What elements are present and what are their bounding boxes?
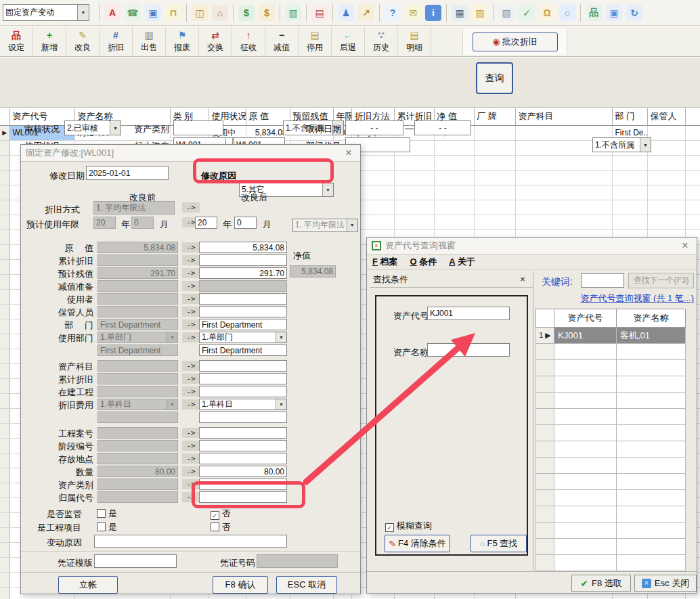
ribbon-button-scrap[interactable]: ⚑报废 — [166, 26, 199, 56]
dept-code-scope-select[interactable]: 1.不含所属▼ — [592, 137, 651, 152]
calculator-icon[interactable]: ▦ — [452, 5, 468, 21]
after-value-input[interactable] — [199, 306, 287, 317]
audit-status-select[interactable]: 2.已审核▼ — [64, 120, 121, 135]
briefcase-icon[interactable]: ◫ — [192, 5, 208, 21]
modify-date-input[interactable]: 2025-01-01 — [86, 166, 169, 180]
chevron-down-icon[interactable]: ▼ — [347, 219, 357, 231]
checkbox-checked-icon[interactable]: ✓ — [385, 523, 394, 532]
after-value-input[interactable] — [199, 293, 287, 305]
translate-abc-icon[interactable]: A — [104, 5, 121, 21]
lock-icon[interactable]: ⊓ — [165, 5, 181, 21]
checkbox-checked-icon[interactable]: ✓ — [211, 511, 219, 520]
project-no-checkbox[interactable]: 否 — [211, 521, 231, 533]
ribbon-button-impair[interactable]: −减值 — [265, 26, 299, 56]
mail-icon[interactable]: ✉ — [405, 5, 421, 21]
life-month-after-input[interactable]: 0 — [234, 217, 257, 229]
close-icon[interactable]: × — [342, 147, 355, 159]
query-button[interactable]: 查询 — [476, 62, 513, 94]
chevron-down-icon[interactable]: ▼ — [276, 399, 286, 409]
supervise-no-checkbox[interactable]: ✓否 — [211, 508, 231, 520]
grid-header-cell[interactable]: 保管人 — [647, 108, 685, 125]
help-doc-icon[interactable]: ? — [385, 5, 401, 21]
ribbon-button-exchange[interactable]: ⇄交换 — [199, 26, 232, 56]
project-yes-checkbox[interactable]: 是 — [97, 521, 117, 533]
ribbon-button-levy[interactable]: ↑征收 — [232, 26, 265, 56]
share-icon[interactable]: ↗ — [358, 5, 374, 21]
after-value-input[interactable]: 291.70 — [199, 267, 287, 279]
f8-select-button[interactable]: ✔F8 选取 — [571, 575, 631, 592]
asset-category-input[interactable] — [173, 120, 223, 135]
after-value-input[interactable]: First Department — [199, 345, 287, 356]
menu-item-F[interactable]: F 档案 — [372, 256, 398, 268]
chevron-down-icon[interactable]: ▼ — [640, 138, 651, 152]
refresh-icon[interactable]: ↻ — [626, 5, 642, 21]
dollar-coin-icon[interactable]: $ — [238, 5, 255, 21]
home-icon[interactable]: ⌂ — [212, 5, 228, 21]
after-value-input[interactable]: 1.单科目▼ — [199, 399, 287, 410]
chevron-down-icon[interactable]: ▼ — [77, 5, 89, 20]
post-button[interactable]: 立帐 — [58, 576, 118, 594]
supervise-yes-checkbox[interactable]: 是 — [97, 508, 117, 520]
query-header-cell[interactable]: 资产代号 — [554, 309, 617, 328]
ribbon-button-detail[interactable]: ▤明细 — [398, 26, 431, 56]
depr-method-after-select[interactable]: 1. 平均年限法▼ — [292, 219, 358, 232]
query-result-row[interactable]: 1 ▶KJ001客机,01 — [536, 328, 686, 344]
after-value-input[interactable]: 5,834.08 — [199, 242, 287, 253]
search-icon[interactable]: ○ — [559, 5, 575, 21]
after-value-input[interactable] — [199, 479, 287, 490]
grid-header-cell[interactable] — [685, 108, 700, 125]
ribbon-button-sell[interactable]: ▥出售 — [133, 26, 166, 56]
ribbon-button-depreciate[interactable]: #折旧 — [100, 26, 133, 56]
checkbox-icon[interactable] — [97, 523, 106, 531]
grid-header-cell[interactable]: 厂 牌 — [474, 108, 515, 125]
phone-icon[interactable]: ☎ — [125, 5, 141, 21]
menu-item-O[interactable]: O 条件 — [410, 256, 437, 268]
chevron-down-icon[interactable]: ▼ — [276, 332, 286, 342]
after-value-input[interactable] — [199, 491, 287, 503]
sitemap-icon[interactable]: 品 — [586, 5, 602, 21]
chevron-down-icon[interactable]: ▼ — [110, 121, 121, 135]
users-icon[interactable]: ♟ — [338, 5, 354, 21]
after-value-input[interactable]: First Department — [199, 319, 287, 330]
cart-icon[interactable]: ▥ — [285, 5, 301, 21]
computer-icon[interactable]: ▣ — [145, 5, 161, 21]
menu-item-A[interactable]: A 关于 — [449, 256, 475, 268]
change-reason-input[interactable] — [94, 535, 287, 548]
copy-docs-icon[interactable]: ▧ — [498, 5, 515, 21]
ribbon-button-history[interactable]: ∵历史 — [365, 26, 398, 56]
query-asset-name-input[interactable] — [427, 343, 510, 357]
life-year-after-input[interactable]: 20 — [195, 217, 217, 229]
clipboard-icon[interactable]: ▤ — [311, 5, 328, 21]
ribbon-button-back[interactable]: ←后退 — [332, 26, 365, 56]
after-value-input[interactable] — [199, 360, 287, 372]
ribbon-button-improve[interactable]: ✎改良 — [66, 26, 100, 56]
checkbox-icon[interactable] — [211, 523, 219, 531]
f4-clear-button[interactable]: ✎F4 清除条件 — [385, 535, 450, 552]
bell-icon[interactable]: Ω — [539, 5, 555, 21]
f5-search-button[interactable]: ○F5 查找 — [471, 535, 527, 552]
info-icon[interactable]: i — [425, 5, 441, 21]
acquire-date-to-input[interactable]: - - — [414, 120, 471, 135]
check-circle-icon[interactable]: ✓ — [519, 5, 535, 21]
chevron-down-icon[interactable]: ▼ — [322, 183, 333, 196]
query-result-table[interactable]: 资产代号资产名称1 ▶KJ001客机,01 — [535, 309, 686, 571]
edit-dialog-titlebar[interactable]: 固定资产修改:[WL001] × — [21, 145, 360, 162]
voucher-template-input[interactable] — [94, 554, 177, 568]
after-value-input[interactable] — [199, 440, 287, 451]
monitor-icon[interactable]: ▣ — [606, 5, 622, 21]
f8-confirm-button[interactable]: F8 确认 — [213, 576, 268, 594]
acquire-date-from-input[interactable]: - - — [345, 120, 403, 135]
query-dialog-titlebar[interactable]: × 资产代号查询视窗 × — [367, 238, 697, 254]
query-header-cell[interactable] — [536, 309, 554, 328]
close-icon[interactable]: × — [678, 240, 692, 252]
module-select[interactable]: 固定资产变动 ▼ — [3, 4, 89, 21]
after-value-input[interactable] — [199, 453, 287, 464]
after-value-input[interactable] — [199, 254, 287, 266]
esc-close-button[interactable]: ×Esc 关闭 — [634, 575, 697, 592]
ribbon-button-disable[interactable]: ▤停用 — [299, 26, 332, 56]
after-value-input[interactable] — [199, 386, 287, 397]
keyword-input[interactable] — [581, 273, 624, 288]
grid-header-cell[interactable]: 资产科目 — [515, 108, 612, 125]
folder-icon[interactable]: ▨ — [472, 5, 488, 21]
ribbon-button-add-new[interactable]: +新增 — [33, 26, 66, 56]
